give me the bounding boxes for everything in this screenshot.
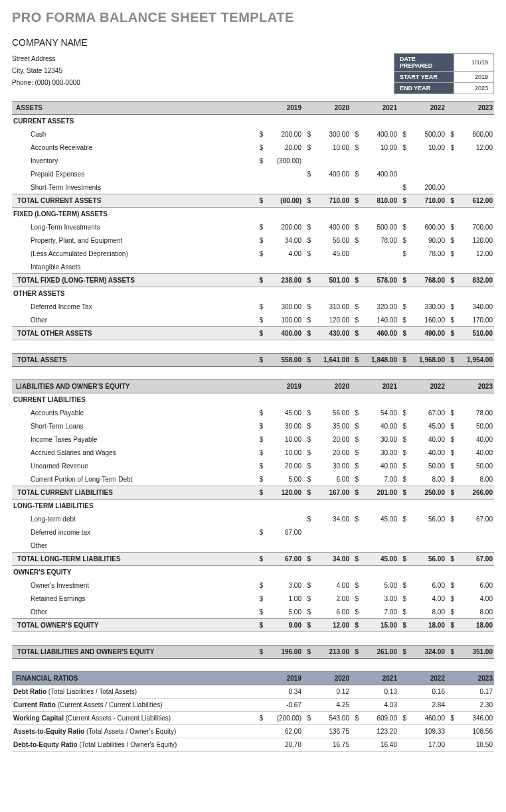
value-cell: 500.00 [360,221,398,234]
value-cell: 5.00 [360,579,398,592]
value-cell: 400.00 [264,327,303,340]
value-cell: 30.00 [264,420,303,433]
currency-symbol [398,539,408,553]
value-cell: 140.00 [360,314,398,327]
currency-symbol: $ [255,234,264,247]
currency-symbol: $ [351,592,360,606]
phone: Phone: (000) 000-0000 [12,77,80,89]
value-cell: 300.00 [312,128,351,141]
currency-symbol: $ [303,446,312,460]
header-row: ASSETS20192020202120222023 [12,102,494,115]
value-cell: 7.00 [360,606,398,619]
currency-symbol: $ [303,247,312,261]
currency-symbol: $ [446,553,456,566]
currency-symbol [255,168,264,181]
currency-symbol: $ [351,433,360,446]
currency-symbol [446,725,456,738]
value-cell: 18.00 [408,619,446,632]
value-cell: 1,954.00 [456,354,494,367]
value-cell [456,261,494,274]
currency-symbol: $ [398,274,408,287]
value-cell: 768.00 [408,274,446,287]
currency-symbol: $ [351,314,360,327]
value-cell: 10.00 [264,446,303,460]
currency-symbol [351,685,360,699]
currency-symbol: $ [303,221,312,234]
item-row: Other$5.00$6.00$7.00$8.00$8.00 [12,606,494,619]
currency-symbol: $ [398,619,408,632]
value-cell: 67.00 [456,513,494,526]
currency-symbol: $ [398,327,408,340]
year-header: 2020 [312,380,351,393]
value-cell: 56.00 [408,553,446,566]
currency-symbol: $ [446,354,456,367]
item-row: Accounts Receivable$20.00$10.00$10.00$10… [12,141,494,155]
value-cell: 200.00 [408,181,446,194]
value-cell: (300.00) [264,155,303,168]
value-cell: 400.00 [360,128,398,141]
year-header: 2021 [360,672,398,685]
value-cell: 200.00 [264,221,303,234]
ratio-value: 17.00 [408,738,446,752]
street: Street Address [12,53,80,65]
currency-symbol [303,181,312,194]
currency-symbol [303,725,312,738]
value-cell [360,526,398,539]
year-header: 2020 [312,102,351,115]
value-cell [312,526,351,539]
value-cell: 6.00 [456,579,494,592]
value-cell: 261.00 [360,645,398,659]
item-label: Deferred income tax [12,526,255,539]
item-label: Short-Term Loans [12,420,255,433]
value-cell [312,261,351,274]
currency-symbol: $ [398,407,408,420]
currency-symbol: $ [351,513,360,526]
item-label: Long-term debt [12,513,255,526]
currency-symbol [255,685,264,699]
currency-symbol: $ [398,420,408,433]
currency-symbol: $ [255,460,264,473]
currency-symbol: $ [446,446,456,460]
value-cell [456,181,494,194]
item-row: Inventory$(300.00) [12,155,494,168]
currency-symbol [446,685,456,699]
currency-symbol: $ [255,247,264,261]
value-cell: 18.00 [456,619,494,632]
company-name: COMPANY NAME [12,37,494,48]
value-cell: 238.00 [264,274,303,287]
item-row: Accrued Salaries and Wages$10.00$20.00$3… [12,446,494,460]
value-cell: 832.00 [456,274,494,287]
value-cell [360,261,398,274]
currency-symbol: $ [255,314,264,327]
currency-symbol: $ [303,420,312,433]
item-row: Short-Term Investments$200.00 [12,181,494,194]
item-label: Income Taxes Payable [12,433,255,446]
value-cell: 196.00 [264,645,303,659]
value-cell: 45.00 [360,513,398,526]
currency-symbol: $ [255,606,264,619]
currency-symbol: $ [255,592,264,606]
value-cell: 20.00 [264,460,303,473]
currency-symbol: $ [255,128,264,141]
item-label: Retained Earnings [12,592,255,606]
currency-symbol [398,738,408,752]
year-header: 2023 [456,102,494,115]
value-cell: 4.00 [264,247,303,261]
currency-symbol [351,181,360,194]
item-label: Accrued Salaries and Wages [12,446,255,460]
value-cell [264,181,303,194]
currency-symbol: $ [303,327,312,340]
currency-symbol [303,738,312,752]
year-header: 2019 [264,380,303,393]
item-label: Unearned Revenue [12,460,255,473]
ratio-value: 4.25 [312,699,351,712]
currency-symbol [255,738,264,752]
balance-sheet-table: ASSETS20192020202120222023CURRENT ASSETS… [12,101,494,752]
item-label: Intangible Assets [12,261,255,274]
value-cell: 612.00 [456,194,494,208]
item-label: Prepaid Expenses [12,168,255,181]
currency-symbol: $ [303,354,312,367]
ratio-value: 609.00 [360,712,398,725]
currency-symbol [303,155,312,168]
currency-symbol: $ [351,446,360,460]
